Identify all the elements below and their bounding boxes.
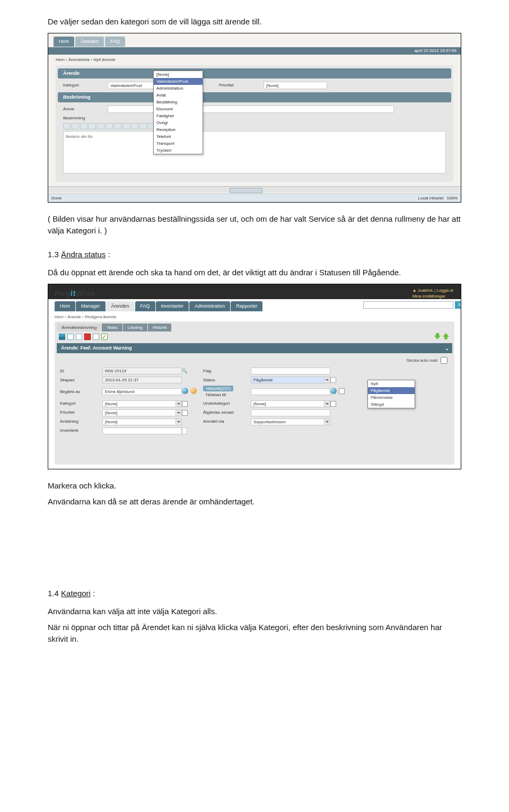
heading-label: Kategori — [61, 589, 91, 598]
field-kategori[interactable]: [None] — [102, 400, 176, 407]
tab-hem[interactable]: Hem — [54, 37, 74, 47]
field-tilldelad[interactable] — [251, 388, 330, 395]
settings-link[interactable]: Mina inställningar — [413, 294, 445, 299]
option-paminnelse[interactable]: Påminnelse — [368, 394, 415, 401]
assign-icon[interactable] — [330, 388, 337, 394]
nav-arrows — [434, 333, 449, 339]
save-icon[interactable] — [67, 334, 74, 340]
option-vaktmasteri[interactable]: Vaktmästeri/Post — [154, 78, 203, 85]
subtab-losning[interactable]: Lösning — [123, 324, 147, 332]
tab-arenden[interactable]: Ärenden — [106, 301, 135, 311]
field-flag[interactable] — [251, 368, 330, 374]
dropdown-arrow-icon[interactable] — [324, 418, 330, 425]
historik-button[interactable]: Historik(137) — [203, 386, 233, 391]
option-ovrigt[interactable]: Övrigt — [154, 119, 203, 126]
search-button[interactable]: Sök — [455, 301, 461, 309]
edit-icon[interactable] — [182, 410, 188, 416]
toolbar-btn[interactable] — [139, 123, 147, 129]
option-stangd[interactable]: Stängd — [368, 401, 415, 408]
option-tryckeri[interactable]: Tryckeri — [154, 147, 203, 154]
search-icon[interactable]: 🔍 — [182, 368, 203, 374]
option-reception[interactable]: Reception — [154, 126, 203, 133]
tab-faq[interactable]: FAQ — [105, 37, 125, 47]
option-ekonomi[interactable]: Ekonomi — [154, 106, 203, 112]
toolbar-btn[interactable] — [131, 123, 138, 129]
field-anmald[interactable]: Supportadressen — [251, 418, 324, 425]
field-avdelning[interactable]: [None] — [102, 418, 176, 425]
toolbar-btn[interactable] — [122, 123, 130, 129]
collapse-icon[interactable]: ⌄ — [445, 345, 449, 353]
tab-rapporter[interactable]: Rapporter — [231, 301, 262, 311]
tab-arenden[interactable]: Ärenden — [75, 37, 104, 47]
arrow-down-icon[interactable] — [434, 333, 441, 339]
tab-manager[interactable]: Manager — [76, 301, 106, 311]
user-add-icon[interactable] — [190, 388, 197, 394]
toolbar-btn[interactable] — [89, 123, 96, 129]
field-amne[interactable] — [108, 106, 394, 113]
option-avtal[interactable]: Avtal — [154, 92, 203, 99]
field-status[interactable]: Pågående — [251, 377, 324, 383]
date-bar: april 23 2012 15:57:56 — [48, 47, 461, 55]
toolbar-btn[interactable] — [80, 123, 87, 129]
breadcrumb: Hem › Ärende › Redigera ärende — [55, 314, 117, 320]
subtab-historik[interactable]: Historik — [148, 324, 172, 332]
arrow-up-icon[interactable] — [443, 333, 449, 339]
field-prioritet[interactable]: [None] — [102, 409, 176, 416]
subtab-tasks[interactable]: Tasks — [102, 324, 122, 332]
toolbar-btn[interactable] — [106, 123, 113, 129]
dropdown-arrow-icon[interactable] — [324, 377, 330, 383]
ticket-title-bar: Ärende: Fwd: Account Warning ⌄ — [57, 343, 452, 353]
field-underkategori[interactable]: [None] — [251, 400, 324, 407]
label-tilldelad: Tilldelad till — [205, 392, 226, 397]
automail-row: Skicka auto mail — [55, 354, 454, 366]
field-prioritet[interactable]: [None] — [264, 82, 327, 89]
option-none[interactable]: [None] — [154, 71, 203, 78]
edit-icon[interactable] — [182, 401, 188, 407]
status-bar: Done Local intranet 100% — [48, 194, 461, 202]
editor-textarea[interactable]: Beskriv din för — [63, 131, 446, 173]
edit-icon[interactable] — [330, 401, 336, 407]
toolbar-btn[interactable] — [72, 123, 79, 129]
save-close-icon[interactable] — [76, 334, 82, 340]
tab-faq[interactable]: FAQ — [135, 301, 155, 311]
option-fastighet[interactable]: Fastighet — [154, 112, 203, 119]
automail-checkbox[interactable] — [441, 357, 447, 364]
dropdown-arrow-icon[interactable] — [176, 418, 182, 425]
tab-administration[interactable]: Administration — [189, 301, 230, 311]
tab-hem[interactable]: Hem — [55, 301, 75, 311]
option-nytt[interactable]: Nytt — [368, 380, 415, 387]
flag-icon[interactable] — [59, 334, 65, 340]
dropdown-arrow-icon[interactable] — [324, 400, 330, 407]
dropdown-arrow-icon[interactable] — [176, 400, 182, 407]
horizontal-scrollbar[interactable] — [48, 186, 461, 193]
option-telefoni[interactable]: Telefoni — [154, 133, 203, 140]
section-beskrivning: Beskrivning — [58, 92, 451, 102]
subtab-description[interactable]: Ärendebeskrivning — [57, 324, 101, 332]
panel: Ärende Kategori Vaktmästeri/Post Priorit… — [56, 65, 453, 182]
field-begarts[interactable]: Elvira Björklund — [102, 388, 182, 395]
paragraph: Markera och klicka. — [48, 480, 461, 492]
field-inventarie[interactable] — [102, 427, 182, 434]
user-links: ▲ JoakimL | Logga ut Mina inställningar — [413, 287, 453, 300]
field-atgardas[interactable] — [251, 409, 330, 416]
option-bestallning[interactable]: Beställning — [154, 99, 203, 106]
status-action-icon[interactable] — [330, 377, 336, 383]
approve-icon[interactable] — [101, 334, 108, 340]
delete-icon[interactable] — [84, 334, 91, 340]
toolbar-btn[interactable] — [97, 123, 104, 129]
tab-inventarier[interactable]: Inventarier — [156, 301, 189, 311]
copy-icon[interactable] — [93, 334, 99, 340]
label-prioritet: Prioritet — [60, 409, 102, 416]
toolbar-btn[interactable] — [114, 123, 121, 129]
search-input[interactable]: Sök — [363, 301, 453, 309]
toolbar-btn[interactable] — [63, 123, 71, 129]
dropdown-arrow-icon[interactable] — [176, 409, 182, 416]
option-transport[interactable]: Transport — [154, 140, 203, 147]
logout-link[interactable]: Logga ut — [437, 288, 453, 293]
username-link[interactable]: JoakimL — [418, 288, 434, 293]
user-icon[interactable] — [182, 388, 188, 394]
inventarie-button[interactable] — [182, 427, 187, 434]
option-administration[interactable]: Administration — [154, 85, 203, 92]
option-pagaende[interactable]: Pågående — [368, 387, 415, 394]
assign-list-icon[interactable] — [339, 388, 345, 394]
